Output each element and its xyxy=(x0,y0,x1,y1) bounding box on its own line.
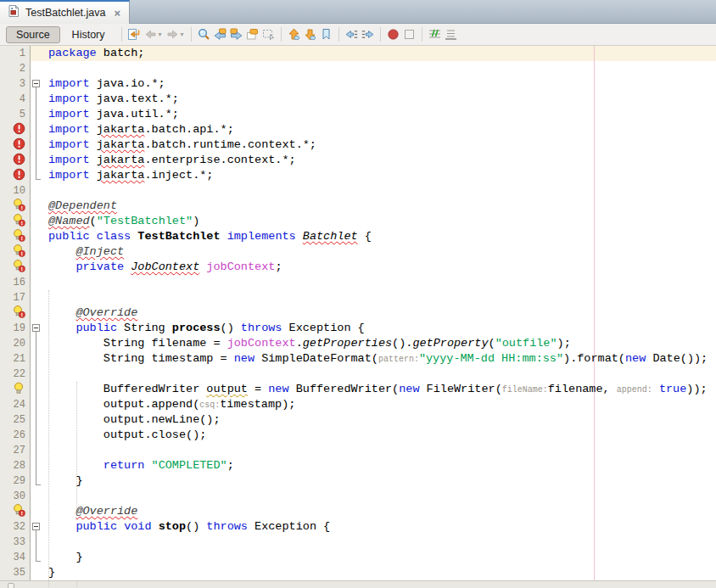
code-editor[interactable]: 1package batch;23import java.io.*;4impor… xyxy=(0,46,716,580)
code-line[interactable]: 21 String timestamp = new SimpleDateForm… xyxy=(0,351,716,367)
code-line[interactable]: 10 xyxy=(0,183,716,199)
code-line[interactable]: @Named("TestBatchlet") xyxy=(0,214,716,229)
code-line[interactable]: 29 } xyxy=(0,473,716,489)
tab-close-icon[interactable]: × xyxy=(115,8,121,19)
previous-bookmark-icon[interactable] xyxy=(286,27,302,42)
fold-guide xyxy=(31,122,48,137)
gutter-cell: 17 xyxy=(0,290,31,305)
code-text: } xyxy=(48,565,55,580)
shift-right-icon[interactable] xyxy=(360,27,376,42)
hint-error-bulb-icon[interactable] xyxy=(0,305,31,321)
fold-collapse-box[interactable] xyxy=(32,80,40,87)
collapsed-fold-indicator xyxy=(8,583,14,588)
code-line[interactable]: BufferedWriter output = new BufferedWrit… xyxy=(0,382,716,397)
error-icon[interactable] xyxy=(0,122,31,137)
error-icon[interactable] xyxy=(0,153,31,168)
gutter-cell: 2 xyxy=(0,61,31,76)
hint-error-bulb-icon[interactable] xyxy=(0,199,31,214)
code-line[interactable]: 34 } xyxy=(0,550,716,565)
code-text: @Override xyxy=(48,504,137,519)
jump-last-edit-icon[interactable] xyxy=(126,27,143,42)
code-line[interactable]: 1package batch; xyxy=(0,46,716,61)
code-text xyxy=(48,489,48,504)
gutter-cell: 25 xyxy=(0,412,31,428)
fold-toggle[interactable] xyxy=(31,76,48,92)
error-icon[interactable] xyxy=(0,137,31,153)
code-line[interactable]: 32 public void stop() throws Exception { xyxy=(0,519,716,535)
tab-title: TestBatchlet.java xyxy=(25,7,106,19)
code-line[interactable]: private JobContext jobContext; xyxy=(0,260,716,275)
fold-guide xyxy=(31,244,48,260)
toolbar-separator xyxy=(338,27,339,42)
next-bookmark-icon[interactable] xyxy=(302,27,318,42)
record-macro-icon[interactable] xyxy=(385,27,401,42)
back-icon[interactable] xyxy=(143,27,159,42)
code-text: import java.util.*; xyxy=(48,107,179,122)
find-icon[interactable] xyxy=(196,27,212,42)
code-line[interactable]: @Override xyxy=(0,504,716,519)
code-line[interactable]: 27 xyxy=(0,443,716,458)
code-line[interactable]: import jakarta.batch.runtime.context.*; xyxy=(0,137,716,153)
forward-dropdown-icon[interactable]: ▾ xyxy=(181,31,184,38)
error-icon[interactable] xyxy=(0,168,31,183)
stop-macro-icon[interactable] xyxy=(401,27,417,42)
code-line[interactable]: import jakarta.batch.api.*; xyxy=(0,122,716,137)
hint-error-bulb-icon[interactable] xyxy=(0,504,31,519)
hint-error-bulb-icon[interactable] xyxy=(0,214,31,229)
forward-icon[interactable] xyxy=(165,27,181,42)
uncomment-icon[interactable] xyxy=(443,27,459,42)
gutter-cell: 30 xyxy=(0,489,31,504)
code-line[interactable]: @Override xyxy=(0,305,716,321)
code-line[interactable]: 20 String filename = jobContext.getPrope… xyxy=(0,336,716,351)
code-line[interactable]: import jakarta.inject.*; xyxy=(0,168,716,183)
code-line[interactable]: 2 xyxy=(0,61,716,76)
comment-icon[interactable] xyxy=(427,27,443,42)
fold-guide xyxy=(31,92,48,107)
fold-toggle[interactable] xyxy=(31,519,48,535)
fold-guide xyxy=(31,260,48,275)
code-line[interactable]: 19 public String process() throws Except… xyxy=(0,321,716,336)
code-line[interactable]: 4import java.text.*; xyxy=(0,92,716,107)
code-line[interactable]: public class TestBatchlet implements Bat… xyxy=(0,229,716,244)
code-line[interactable]: 24 output.append(csq:timestamp); xyxy=(0,397,716,412)
code-line[interactable]: @Inject xyxy=(0,244,716,260)
code-line[interactable]: 3import java.io.*; xyxy=(0,76,716,92)
history-view-button[interactable]: History xyxy=(62,26,115,43)
hint-error-bulb-icon[interactable] xyxy=(0,260,31,275)
code-line[interactable]: 25 output.newLine(); xyxy=(0,412,716,428)
code-line[interactable]: 35} xyxy=(0,565,716,580)
fold-collapse-box[interactable] xyxy=(32,523,40,530)
back-dropdown-icon[interactable]: ▾ xyxy=(159,31,162,38)
code-line[interactable]: 17 xyxy=(0,290,716,305)
code-line[interactable]: 28 return "COMPLETED"; xyxy=(0,458,716,473)
rectangular-selection-icon[interactable] xyxy=(260,27,277,42)
highlight-occurrences-icon[interactable] xyxy=(244,27,260,42)
code-line[interactable]: 16 xyxy=(0,275,716,290)
toggle-bookmark-icon[interactable] xyxy=(318,27,334,42)
code-line[interactable]: 30 xyxy=(0,489,716,504)
hint-error-bulb-icon[interactable] xyxy=(0,244,31,260)
code-line[interactable]: import jakarta.enterprise.context.*; xyxy=(0,153,716,168)
tab-testbatchlet-java[interactable]: TestBatchlet.java × xyxy=(0,0,130,24)
source-view-button[interactable]: Source xyxy=(6,26,60,43)
code-text: import jakarta.enterprise.context.*; xyxy=(48,153,296,168)
find-previous-icon[interactable] xyxy=(212,27,228,42)
code-text xyxy=(48,443,48,458)
code-line[interactable]: 33 xyxy=(0,535,716,550)
shift-left-icon[interactable] xyxy=(344,27,360,42)
code-line[interactable]: 22 xyxy=(0,367,716,382)
fold-toggle[interactable] xyxy=(31,321,48,336)
toolbar-separator xyxy=(121,27,122,42)
fold-guide xyxy=(31,458,48,473)
code-text xyxy=(48,183,48,199)
code-text: output.close(); xyxy=(48,428,206,443)
code-line[interactable]: 26 output.close(); xyxy=(0,428,716,443)
find-next-icon[interactable] xyxy=(228,27,244,42)
gutter-cell: 16 xyxy=(0,275,31,290)
fold-guide xyxy=(31,428,48,443)
fold-collapse-box[interactable] xyxy=(32,324,40,332)
code-line[interactable]: 5import java.util.*; xyxy=(0,107,716,122)
hint-error-bulb-icon[interactable] xyxy=(0,229,31,244)
code-line[interactable]: @Dependent xyxy=(0,199,716,214)
hint-bulb-icon[interactable] xyxy=(0,382,31,397)
